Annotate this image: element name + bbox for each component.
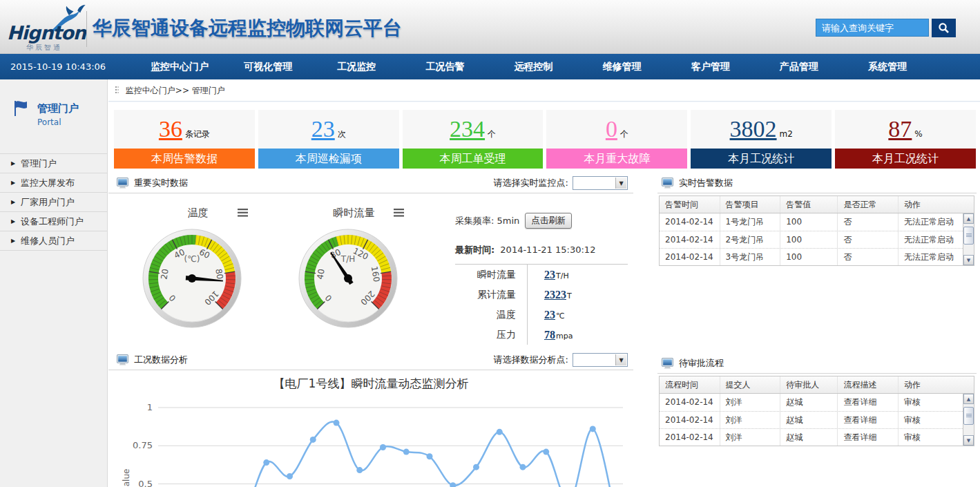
stat-value-area: 23次: [258, 110, 399, 149]
refresh-button[interactable]: 点击刷新: [525, 213, 572, 229]
monitor-icon: [662, 358, 674, 369]
data-point-marker: [356, 467, 363, 473]
nav-item-6[interactable]: 维修管理: [578, 61, 666, 73]
stat-value-link[interactable]: 23: [311, 116, 335, 142]
alarm-table-row[interactable]: 2014-02-141号龙门吊100否无法正常启动: [660, 213, 974, 231]
approval-panel-title: 待审批流程: [679, 357, 724, 370]
search-button[interactable]: [932, 19, 956, 37]
stat-card-2: 23次本周巡检漏项: [258, 110, 399, 169]
approval-cell: 刘洋: [720, 412, 781, 428]
nav-item-2[interactable]: 可视化管理: [224, 61, 312, 73]
approval-cell: 查看详细: [838, 412, 899, 428]
approval-column-header: 流程时间: [660, 376, 720, 393]
approval-cell: 查看详细: [838, 394, 899, 411]
realtime-gauges-row: 温度020406080100(℃) 瞬时流量04080120160200T/H …: [108, 193, 633, 350]
scrollbar-up-button[interactable]: ▲: [963, 213, 974, 224]
stat-value-link[interactable]: 36: [159, 116, 182, 142]
line-chart: 10.750.50.250value: [108, 394, 633, 487]
alarm-cell: 无法正常启动: [899, 231, 962, 248]
search-icon: [938, 22, 950, 34]
data-point-marker: [334, 420, 340, 426]
stat-value-link[interactable]: 234: [450, 116, 485, 142]
approval-cell: 审核: [899, 429, 962, 446]
sidebar-item-5[interactable]: 维修人员门户: [0, 231, 107, 251]
nav-item-1[interactable]: 监控中心门户: [135, 61, 224, 73]
alarm-table-body: 2014-02-141号龙门吊100否无法正常启动2014-02-142号龙门吊…: [660, 213, 974, 265]
nav-item-7[interactable]: 客户管理: [666, 61, 755, 73]
approval-table-row[interactable]: 2014-02-14刘洋赵城查看详细审核: [660, 394, 974, 411]
nav-item-9[interactable]: 系统管理: [843, 61, 932, 73]
svg-text:40: 40: [315, 268, 326, 280]
stat-value-area: 234个: [403, 110, 544, 149]
stat-label-bar: 本周告警数据: [114, 149, 255, 169]
logo-subtext: 华辰智通: [26, 43, 62, 52]
approval-table-row[interactable]: 2014-02-14刘洋赵城查看详细审核: [660, 411, 974, 428]
alarm-table-row[interactable]: 2014-02-143号龙门吊100否无法正常启动: [660, 248, 974, 265]
sampling-frequency-label: 采集频率: 5min: [455, 215, 519, 227]
alarm-cell: 100: [780, 213, 838, 231]
analysis-section-title: 工况数据分析: [134, 354, 188, 366]
approval-table-row[interactable]: 2014-02-14刘洋赵城查看详细审核: [660, 428, 974, 446]
reading-value: 78mpa: [527, 325, 628, 345]
main-content: 监控中心门户>> 管理门户 36条记录本周告警数据23次本周巡检漏项234个本周…: [108, 79, 980, 487]
alarm-cell: 2014-02-14: [660, 231, 720, 248]
stat-value-area: 3802m2: [691, 110, 832, 149]
stat-unit: m2: [780, 129, 793, 139]
nav-item-5[interactable]: 远程控制: [489, 61, 577, 73]
data-point-marker: [590, 426, 596, 432]
stat-card-3: 234个本周工单受理: [403, 110, 544, 169]
analysis-point-select[interactable]: ▼: [573, 353, 628, 367]
scrollbar-down-button[interactable]: ▼: [963, 435, 974, 446]
search-input[interactable]: [816, 19, 929, 37]
y-axis-tick: 1: [147, 402, 153, 412]
gauge-header: 温度: [133, 206, 251, 220]
reading-unit: ℃: [556, 312, 564, 321]
reading-number: 23: [544, 269, 555, 280]
right-column: 实时告警数据 告警时间告警项目告警值是否正常动作2014-02-141号龙门吊1…: [657, 173, 977, 446]
scrollbar-thumb[interactable]: [963, 407, 974, 425]
gauge-dial: 04080120160200T/H: [293, 223, 403, 334]
data-point-marker: [403, 449, 410, 455]
scrollbar-thumb[interactable]: [963, 227, 974, 245]
reading-unit: T/H: [556, 271, 569, 280]
stat-label-bar: 本月工况统计: [835, 149, 976, 169]
monitor-icon: [662, 178, 674, 189]
sidebar-item-3[interactable]: 厂家用户门户: [0, 193, 107, 212]
alarm-table-row[interactable]: 2014-02-142号龙门吊100否无法正常启动: [660, 231, 974, 248]
reading-number: 2323: [544, 289, 566, 300]
vertical-scrollbar[interactable]: ▲▼: [963, 394, 974, 446]
approval-cell: 2014-02-14: [660, 412, 720, 428]
scrollbar-down-button[interactable]: ▼: [963, 255, 974, 265]
sidebar-item-4[interactable]: 设备工程师门户: [0, 212, 107, 231]
portal-header: 管理门户 Portal: [0, 79, 107, 145]
breadcrumb: 监控中心门户>> 管理门户: [108, 79, 980, 102]
stat-value-link[interactable]: 0: [606, 116, 617, 142]
stat-value-link[interactable]: 3802: [730, 116, 777, 142]
sidebar-item-2[interactable]: 监控大屏发布: [0, 173, 107, 193]
nav-timestamp: 2015-10-19 10:43:06: [0, 61, 135, 72]
sidebar: 管理门户 Portal 管理门户监控大屏发布厂家用户门户设备工程师门户维修人员门…: [0, 79, 108, 487]
sidebar-item-1[interactable]: 管理门户: [0, 154, 107, 173]
chevron-down-icon[interactable]: ▼: [615, 178, 626, 189]
data-point-marker: [263, 459, 269, 466]
alarm-column-header: 动作: [899, 196, 962, 213]
reading-number: 78: [544, 329, 555, 341]
menu-icon[interactable]: [394, 207, 404, 220]
nav-item-3[interactable]: 工况监控: [312, 61, 401, 73]
reading-label: 温度: [455, 309, 527, 321]
nav-item-4[interactable]: 工况告警: [401, 61, 489, 73]
data-point-marker: [287, 473, 293, 479]
monitor-point-select[interactable]: ▼: [573, 176, 628, 190]
nav-item-8[interactable]: 产品管理: [755, 61, 843, 73]
alarm-panel-header: 实时告警数据: [657, 173, 977, 193]
realtime-section-title: 重要实时数据: [134, 177, 188, 189]
vertical-scrollbar[interactable]: ▲▼: [963, 213, 974, 265]
scrollbar-up-button[interactable]: ▲: [963, 394, 974, 404]
chevron-down-icon[interactable]: ▼: [615, 354, 626, 365]
platform-title: 华辰智通设备远程监控物联网云平台: [93, 15, 402, 41]
approval-cell: 审核: [899, 394, 962, 411]
stat-value-link[interactable]: 87: [888, 116, 912, 142]
menu-icon[interactable]: [238, 207, 248, 220]
approval-cell: 2014-02-14: [660, 394, 720, 411]
monitor-icon: [117, 178, 129, 189]
